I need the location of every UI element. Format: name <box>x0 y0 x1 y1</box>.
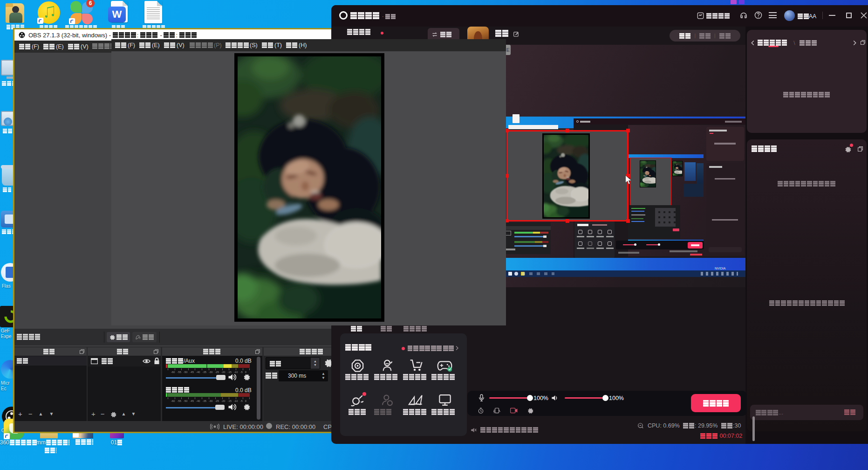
svg-text:5: 5 <box>493 411 495 414</box>
